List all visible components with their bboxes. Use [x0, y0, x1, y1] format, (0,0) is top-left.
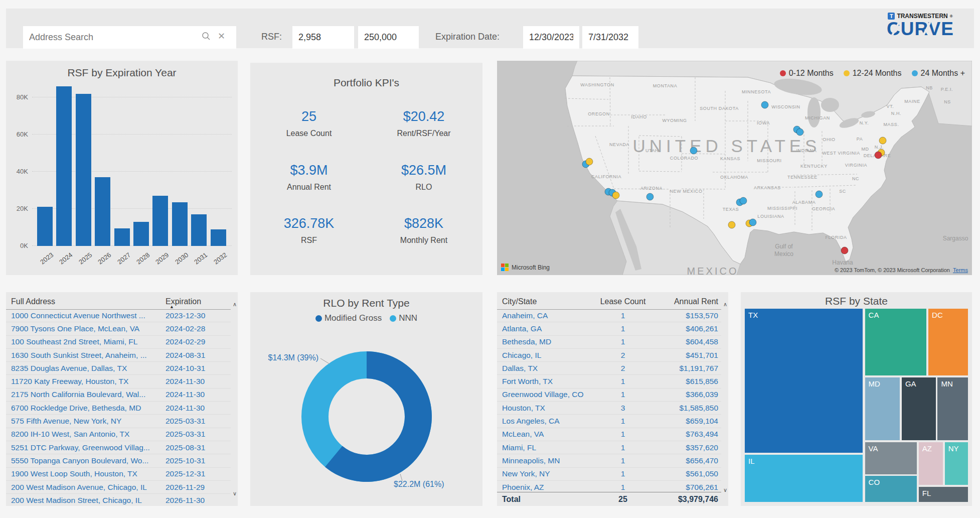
table-row[interactable]: Greenwood Village, CO1$366,039 — [497, 388, 721, 402]
treemap-tile-co[interactable]: CO — [865, 475, 917, 502]
microsoft-logo — [501, 264, 509, 271]
table-row[interactable]: New York, NY1$561,050 — [497, 468, 721, 481]
table-row[interactable]: 575 Fifth Avenue, New York, NY2025-03-31 — [6, 415, 231, 428]
col-expiration[interactable]: Expiration — [166, 297, 231, 306]
expiration-end-input[interactable] — [582, 26, 638, 49]
table-row[interactable]: Houston, TX3$1,585,850 — [497, 402, 721, 415]
scroll-up-icon[interactable]: ∧ — [233, 301, 237, 308]
map-dot[interactable] — [740, 197, 747, 204]
table-row[interactable]: 8235 Douglas Avenue, Dallas, TX2024-10-3… — [6, 362, 231, 375]
table-row[interactable]: 7900 Tysons One Place, McLean, VA2024-02… — [6, 322, 231, 335]
map-label: WISCONSIN — [771, 104, 800, 109]
table-row[interactable]: McLean, VA1$763,494 — [497, 428, 721, 441]
us-map[interactable]: WASHINGTONMONTANASOUTH DAKOTAMINNESOTAWI… — [497, 61, 972, 275]
table-row[interactable]: Los Angeles, CA1$659,104 — [497, 415, 721, 428]
cell-city-state: Minneapolis, MN — [497, 456, 595, 465]
cell-full-address: 575 Fifth Avenue, New York, NY — [6, 417, 166, 426]
legend-item[interactable]: 24 Months + — [912, 69, 965, 78]
table-row[interactable]: Bethesda, MD1$604,458 — [497, 336, 721, 349]
table-row[interactable]: 100 Southeast 2nd Street, Miami, FL2024-… — [6, 336, 231, 349]
treemap-tile-fl[interactable]: FL — [918, 486, 968, 502]
table-row[interactable]: 2175 North California Boulevard, Wal...2… — [6, 388, 231, 402]
table-row[interactable]: Miami, FL1$357,620 — [497, 441, 721, 454]
bar-2029[interactable] — [152, 196, 168, 246]
map-dot[interactable] — [815, 191, 823, 198]
scroll-down-icon[interactable]: ∨ — [723, 487, 727, 493]
terms-link[interactable]: Terms — [953, 267, 968, 273]
table-row[interactable]: Chicago, IL2$451,701 — [497, 349, 721, 362]
bar-2025[interactable] — [76, 94, 91, 246]
product-name: CURVE — [878, 20, 963, 39]
treemap-tile-ny[interactable]: NY — [944, 442, 968, 485]
table-row[interactable]: 1900 West Loop South, Houston, TX2025-12… — [6, 468, 231, 481]
table-row[interactable]: Fort Worth, TX1$615,856 — [497, 375, 721, 388]
treemap-tile-ca[interactable]: CA — [865, 308, 927, 376]
col-full-address[interactable]: Full Address — [6, 297, 166, 306]
table-row[interactable]: 1630 South Sunkist Street, Anaheim, ...2… — [6, 349, 231, 362]
bar-2030[interactable] — [172, 202, 188, 246]
treemap-tile-ga[interactable]: GA — [901, 377, 936, 441]
bar-2027[interactable] — [114, 228, 130, 246]
bar-2031[interactable] — [191, 214, 207, 246]
table-row[interactable]: 200 West Madison Street, Chicago, IL2026… — [6, 494, 231, 506]
map-dot[interactable] — [879, 137, 886, 144]
cell-expiration: 2024-02-29 — [166, 337, 231, 346]
cell-annual-rent: $656,470 — [650, 456, 721, 465]
cell-full-address: 200 West Madison Street, Chicago, IL — [6, 496, 166, 505]
treemap-tile-label: NY — [948, 444, 959, 453]
registered-mark: ® — [950, 14, 953, 19]
map-dot[interactable] — [728, 221, 735, 228]
map-dot[interactable] — [841, 247, 848, 254]
table-row[interactable]: 1000 Connecticut Avenue Northwest ...202… — [6, 309, 231, 322]
treemap-tile-tx[interactable]: TX — [744, 308, 863, 453]
table-row[interactable]: 200 West Madison Avenue, Chicago, IL2026… — [6, 481, 231, 494]
bar-2024[interactable] — [56, 86, 72, 246]
table-row[interactable]: Dallas, TX2$1,191,767 — [497, 362, 721, 375]
treemap-tile-mn[interactable]: MN — [937, 377, 968, 441]
rsf-min-input[interactable] — [292, 26, 354, 49]
bar-2023[interactable] — [37, 207, 53, 246]
search-icon[interactable] — [202, 32, 211, 41]
cell-lease-count: 2 — [595, 364, 650, 373]
table-row[interactable]: 6700 Rockledge Drive, Bethesda, MD2024-1… — [6, 402, 231, 415]
col-city-state[interactable]: City/State — [497, 297, 595, 306]
map-dot[interactable] — [761, 101, 768, 108]
city-table-header: City/State Lease Count Annual Rent — [497, 295, 721, 310]
table-row[interactable]: Minneapolis, MN1$656,470 — [497, 454, 721, 467]
rsf-max-input[interactable] — [358, 26, 419, 49]
table-row[interactable]: 5550 Topanga Canyon Boulevard, Wo...2025… — [6, 454, 231, 467]
scroll-up-icon[interactable]: ∧ — [723, 301, 727, 308]
map-dot[interactable] — [875, 152, 882, 159]
total-annual-rent: $3,979,746 — [650, 495, 721, 504]
col-lease-count[interactable]: Lease Count — [595, 297, 650, 306]
legend-item[interactable]: 12-24 Months — [844, 69, 902, 78]
col-annual-rent[interactable]: Annual Rent — [650, 297, 721, 306]
table-row[interactable]: 11720 Katy Freeway, Houston, TX2024-11-3… — [6, 375, 231, 388]
table-row[interactable]: 8200 IH-10 West, San Antonio, TX2025-03-… — [6, 428, 231, 441]
map-dot[interactable] — [749, 219, 756, 226]
map-dot[interactable] — [690, 147, 697, 154]
scroll-down-icon[interactable]: ∨ — [233, 490, 237, 497]
map-dot[interactable] — [796, 128, 803, 136]
table-row[interactable]: 5251 DTC Parkway, Greenwood Villag...202… — [6, 441, 231, 454]
kpi-card-title: Portfolio KPI's — [250, 77, 482, 89]
legend-item[interactable]: 0-12 Months — [780, 69, 834, 78]
map-dot[interactable] — [612, 192, 619, 199]
treemap-tile-va[interactable]: VA — [865, 442, 917, 474]
cell-city-state: Atlanta, GA — [497, 324, 595, 333]
expiration-start-input[interactable] — [523, 26, 579, 49]
treemap-tile-az[interactable]: AZ — [918, 442, 943, 485]
search-icons: ✕ — [202, 31, 225, 42]
map-dot[interactable] — [646, 193, 654, 200]
treemap-tile-md[interactable]: MD — [865, 377, 901, 441]
map-dot[interactable] — [586, 158, 593, 165]
bar-2028[interactable] — [133, 222, 149, 246]
table-row[interactable]: Anaheim, CA1$153,570 — [497, 309, 721, 322]
bar-2026[interactable] — [95, 177, 110, 246]
table-row[interactable]: Atlanta, GA1$406,261 — [497, 322, 721, 335]
treemap-tile-il[interactable]: IL — [744, 454, 863, 502]
treemap-tile-dc[interactable]: DC — [928, 308, 968, 376]
map-label: GEORGIA — [812, 206, 835, 211]
clear-search-icon[interactable]: ✕ — [218, 31, 225, 42]
bar-2032[interactable] — [211, 229, 226, 246]
